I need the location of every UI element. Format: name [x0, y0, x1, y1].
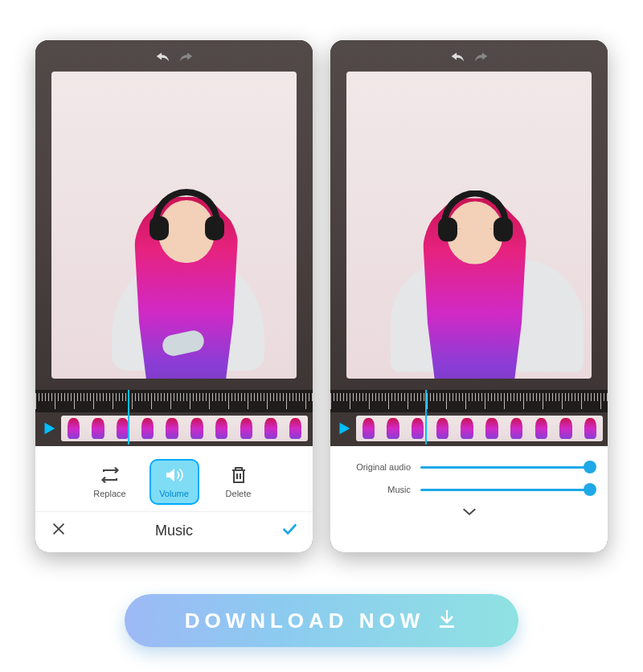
replace-label: Replace — [93, 489, 125, 498]
timeline-thumbnail[interactable] — [160, 416, 185, 441]
timeline-thumbnail[interactable] — [430, 416, 455, 441]
timeline-thumbnail[interactable] — [234, 416, 259, 441]
timeline-thumbnail[interactable] — [135, 416, 160, 441]
timeline-thumbnail[interactable] — [110, 416, 135, 441]
undo-redo-bar — [35, 40, 313, 72]
volume-label: Volume — [159, 489, 189, 498]
editor-preview-area — [35, 40, 313, 390]
timeline-thumbnail[interactable] — [554, 416, 579, 441]
download-icon — [436, 608, 458, 633]
redo-icon[interactable] — [473, 49, 490, 67]
delete-label: Delete — [226, 489, 252, 498]
close-icon[interactable] — [50, 520, 68, 541]
timeline-thumbnail[interactable] — [283, 416, 308, 441]
music-actions: Replace Volume Delete — [35, 456, 313, 511]
timeline-thumbnail[interactable] — [259, 416, 284, 441]
music-label: Music — [348, 485, 411, 494]
timeline-thumbnail[interactable] — [209, 416, 234, 441]
timeline-thumbnails[interactable] — [61, 416, 308, 441]
timeline-thumbnail[interactable] — [381, 416, 406, 441]
video-preview[interactable] — [51, 72, 297, 379]
music-slider[interactable]: Music — [348, 485, 590, 494]
video-preview[interactable] — [346, 72, 592, 379]
timeline[interactable] — [35, 412, 313, 446]
timeline-thumbnail[interactable] — [480, 416, 505, 441]
timeline[interactable] — [330, 412, 608, 446]
download-now-button[interactable]: DOWNLOAD NOW — [125, 594, 518, 647]
timeline-thumbnail[interactable] — [455, 416, 480, 441]
timeline-thumbnail[interactable] — [185, 416, 210, 441]
timeline-thumbnail[interactable] — [504, 416, 529, 441]
original-audio-label: Original audio — [348, 462, 411, 472]
slider-track[interactable] — [420, 489, 590, 491]
playhead[interactable] — [425, 390, 427, 445]
cta-label: DOWNLOAD NOW — [185, 608, 425, 633]
confirm-icon[interactable] — [281, 520, 298, 541]
original-audio-slider[interactable]: Original audio — [348, 462, 590, 472]
play-icon[interactable] — [40, 420, 58, 437]
app-promo-panel: Replace Volume Delete Music — [16, 16, 627, 576]
undo-redo-bar — [330, 40, 608, 72]
editor-preview-area — [330, 40, 608, 390]
section-bar: Music — [35, 511, 313, 546]
slider-thumb[interactable] — [584, 461, 596, 473]
timeline-thumbnail[interactable] — [61, 416, 86, 441]
slider-track[interactable] — [420, 466, 590, 469]
replace-button[interactable]: Replace — [85, 459, 135, 505]
timeline-ruler[interactable] — [35, 390, 313, 412]
chevron-down-icon[interactable] — [461, 506, 478, 519]
preview-image — [51, 72, 297, 379]
redo-icon[interactable] — [178, 49, 195, 67]
volume-sliders-panel: Original audio Music — [330, 446, 608, 552]
timeline-thumbnail[interactable] — [578, 416, 603, 441]
timeline-thumbnail[interactable] — [86, 416, 111, 441]
preview-image — [346, 72, 592, 379]
undo-icon[interactable] — [448, 49, 466, 67]
volume-button[interactable]: Volume — [149, 459, 199, 505]
timeline-thumbnail[interactable] — [356, 416, 381, 441]
timeline-thumbnail[interactable] — [529, 416, 554, 441]
playhead[interactable] — [128, 390, 129, 445]
slider-thumb[interactable] — [584, 483, 596, 496]
section-title: Music — [155, 522, 193, 539]
timeline-thumbnails[interactable] — [356, 416, 603, 441]
phone-screen-right: Original audio Music — [330, 40, 608, 552]
delete-button[interactable]: Delete — [214, 459, 264, 505]
phone-screen-left: Replace Volume Delete Music — [35, 40, 313, 552]
timeline-ruler[interactable] — [330, 390, 608, 412]
music-tools-panel: Replace Volume Delete Music — [35, 446, 313, 552]
play-icon[interactable] — [335, 420, 353, 437]
undo-icon[interactable] — [154, 49, 171, 67]
